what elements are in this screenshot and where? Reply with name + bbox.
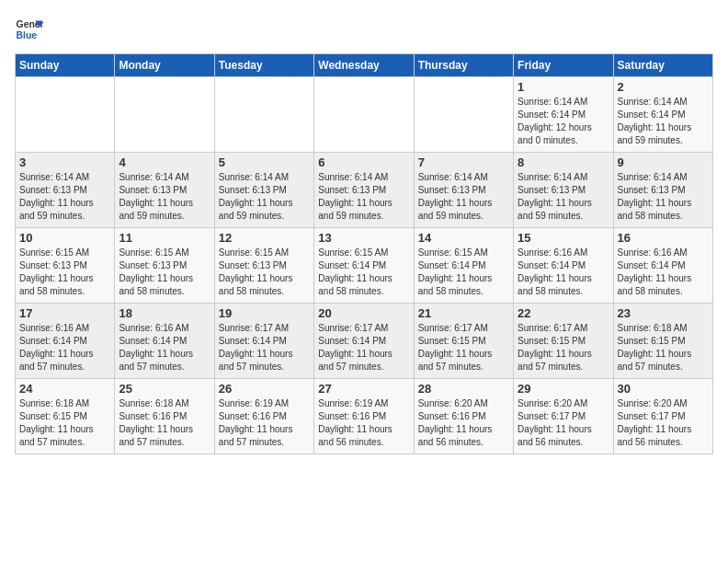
day-number: 1 [518,80,609,94]
cell-text: Sunrise: 6:19 AM Sunset: 6:16 PM Dayligh… [318,397,409,449]
calendar-cell: 12Sunrise: 6:15 AM Sunset: 6:13 PM Dayli… [214,228,313,304]
calendar-cell: 17Sunrise: 6:16 AM Sunset: 6:14 PM Dayli… [16,304,115,379]
day-number: 9 [618,155,709,169]
day-number: 12 [219,231,310,245]
day-number: 6 [318,155,409,169]
cell-text: Sunrise: 6:16 AM Sunset: 6:14 PM Dayligh… [618,247,709,298]
cell-text: Sunrise: 6:14 AM Sunset: 6:14 PM Dayligh… [518,96,609,147]
cell-text: Sunrise: 6:14 AM Sunset: 6:13 PM Dayligh… [418,171,509,223]
day-number: 30 [618,382,709,396]
column-header-wednesday: Wednesday [314,54,414,77]
cell-text: Sunrise: 6:19 AM Sunset: 6:16 PM Dayligh… [219,397,310,449]
day-number: 18 [119,306,210,320]
day-number: 5 [219,155,310,169]
cell-text: Sunrise: 6:15 AM Sunset: 6:14 PM Dayligh… [318,247,409,298]
day-number: 20 [318,306,409,320]
calendar-cell: 14Sunrise: 6:15 AM Sunset: 6:14 PM Dayli… [414,228,513,304]
calendar-cell: 25Sunrise: 6:18 AM Sunset: 6:16 PM Dayli… [115,379,214,454]
calendar-cell: 28Sunrise: 6:20 AM Sunset: 6:16 PM Dayli… [414,379,513,454]
calendar-cell [115,77,214,153]
day-number: 22 [518,306,609,320]
calendar-cell: 26Sunrise: 6:19 AM Sunset: 6:16 PM Dayli… [214,379,313,454]
cell-text: Sunrise: 6:17 AM Sunset: 6:15 PM Dayligh… [518,322,609,373]
column-header-saturday: Saturday [613,54,712,77]
cell-text: Sunrise: 6:17 AM Sunset: 6:14 PM Dayligh… [318,322,409,373]
logo: General Blue [15,15,44,44]
calendar-cell: 11Sunrise: 6:15 AM Sunset: 6:13 PM Dayli… [115,228,214,304]
calendar-cell: 1Sunrise: 6:14 AM Sunset: 6:14 PM Daylig… [514,77,613,153]
column-header-tuesday: Tuesday [214,54,313,77]
svg-text:Blue: Blue [17,30,38,40]
day-number: 15 [518,231,609,245]
day-number: 16 [618,231,709,245]
day-number: 26 [219,382,310,396]
calendar-cell: 3Sunrise: 6:14 AM Sunset: 6:13 PM Daylig… [16,153,115,228]
calendar-cell: 7Sunrise: 6:14 AM Sunset: 6:13 PM Daylig… [414,153,513,228]
cell-text: Sunrise: 6:17 AM Sunset: 6:15 PM Dayligh… [418,322,509,373]
cell-text: Sunrise: 6:20 AM Sunset: 6:16 PM Dayligh… [418,397,509,449]
calendar-cell: 29Sunrise: 6:20 AM Sunset: 6:17 PM Dayli… [514,379,613,454]
calendar-cell [414,77,513,153]
calendar-cell: 6Sunrise: 6:14 AM Sunset: 6:13 PM Daylig… [314,153,414,228]
calendar-cell: 22Sunrise: 6:17 AM Sunset: 6:15 PM Dayli… [514,304,613,379]
cell-text: Sunrise: 6:17 AM Sunset: 6:14 PM Dayligh… [219,322,310,373]
cell-text: Sunrise: 6:18 AM Sunset: 6:16 PM Dayligh… [119,397,210,449]
cell-text: Sunrise: 6:14 AM Sunset: 6:13 PM Dayligh… [219,171,310,223]
column-header-monday: Monday [115,54,214,77]
day-number: 17 [19,306,110,320]
calendar-cell [16,77,115,153]
day-number: 29 [518,382,609,396]
day-number: 4 [119,155,210,169]
cell-text: Sunrise: 6:14 AM Sunset: 6:13 PM Dayligh… [618,171,709,223]
day-number: 8 [518,155,609,169]
cell-text: Sunrise: 6:16 AM Sunset: 6:14 PM Dayligh… [518,247,609,298]
cell-text: Sunrise: 6:15 AM Sunset: 6:13 PM Dayligh… [219,247,310,298]
day-number: 25 [119,382,210,396]
column-header-thursday: Thursday [414,54,513,77]
cell-text: Sunrise: 6:16 AM Sunset: 6:14 PM Dayligh… [19,322,110,373]
day-number: 24 [19,382,110,396]
calendar-cell: 4Sunrise: 6:14 AM Sunset: 6:13 PM Daylig… [115,153,214,228]
cell-text: Sunrise: 6:14 AM Sunset: 6:13 PM Dayligh… [119,171,210,223]
day-number: 28 [418,382,509,396]
cell-text: Sunrise: 6:14 AM Sunset: 6:14 PM Dayligh… [618,96,709,147]
page-header: General Blue [15,15,713,44]
calendar-cell: 20Sunrise: 6:17 AM Sunset: 6:14 PM Dayli… [314,304,414,379]
calendar-cell: 8Sunrise: 6:14 AM Sunset: 6:13 PM Daylig… [514,153,613,228]
cell-text: Sunrise: 6:16 AM Sunset: 6:14 PM Dayligh… [119,322,210,373]
calendar-cell: 18Sunrise: 6:16 AM Sunset: 6:14 PM Dayli… [115,304,214,379]
cell-text: Sunrise: 6:14 AM Sunset: 6:13 PM Dayligh… [19,171,110,223]
day-number: 10 [19,231,110,245]
calendar-cell [214,77,313,153]
calendar-cell: 16Sunrise: 6:16 AM Sunset: 6:14 PM Dayli… [613,228,712,304]
day-number: 2 [618,80,709,94]
calendar-cell: 19Sunrise: 6:17 AM Sunset: 6:14 PM Dayli… [214,304,313,379]
day-number: 19 [219,306,310,320]
cell-text: Sunrise: 6:20 AM Sunset: 6:17 PM Dayligh… [618,397,709,449]
day-number: 7 [418,155,509,169]
logo-icon: General Blue [15,15,44,44]
column-header-friday: Friday [514,54,613,77]
cell-text: Sunrise: 6:15 AM Sunset: 6:13 PM Dayligh… [119,247,210,298]
day-number: 11 [119,231,210,245]
calendar-cell: 5Sunrise: 6:14 AM Sunset: 6:13 PM Daylig… [214,153,313,228]
day-number: 13 [318,231,409,245]
calendar-cell: 15Sunrise: 6:16 AM Sunset: 6:14 PM Dayli… [514,228,613,304]
cell-text: Sunrise: 6:14 AM Sunset: 6:13 PM Dayligh… [518,171,609,223]
calendar-cell: 30Sunrise: 6:20 AM Sunset: 6:17 PM Dayli… [613,379,712,454]
cell-text: Sunrise: 6:15 AM Sunset: 6:13 PM Dayligh… [19,247,110,298]
calendar-cell: 2Sunrise: 6:14 AM Sunset: 6:14 PM Daylig… [613,77,712,153]
calendar-cell: 9Sunrise: 6:14 AM Sunset: 6:13 PM Daylig… [613,153,712,228]
calendar-cell: 21Sunrise: 6:17 AM Sunset: 6:15 PM Dayli… [414,304,513,379]
calendar-cell: 27Sunrise: 6:19 AM Sunset: 6:16 PM Dayli… [314,379,414,454]
calendar-cell [314,77,414,153]
calendar-cell: 10Sunrise: 6:15 AM Sunset: 6:13 PM Dayli… [16,228,115,304]
day-number: 21 [418,306,509,320]
calendar-table: SundayMondayTuesdayWednesdayThursdayFrid… [15,53,713,454]
cell-text: Sunrise: 6:18 AM Sunset: 6:15 PM Dayligh… [618,322,709,373]
cell-text: Sunrise: 6:14 AM Sunset: 6:13 PM Dayligh… [318,171,409,223]
cell-text: Sunrise: 6:15 AM Sunset: 6:14 PM Dayligh… [418,247,509,298]
day-number: 23 [618,306,709,320]
calendar-cell: 24Sunrise: 6:18 AM Sunset: 6:15 PM Dayli… [16,379,115,454]
cell-text: Sunrise: 6:20 AM Sunset: 6:17 PM Dayligh… [518,397,609,449]
